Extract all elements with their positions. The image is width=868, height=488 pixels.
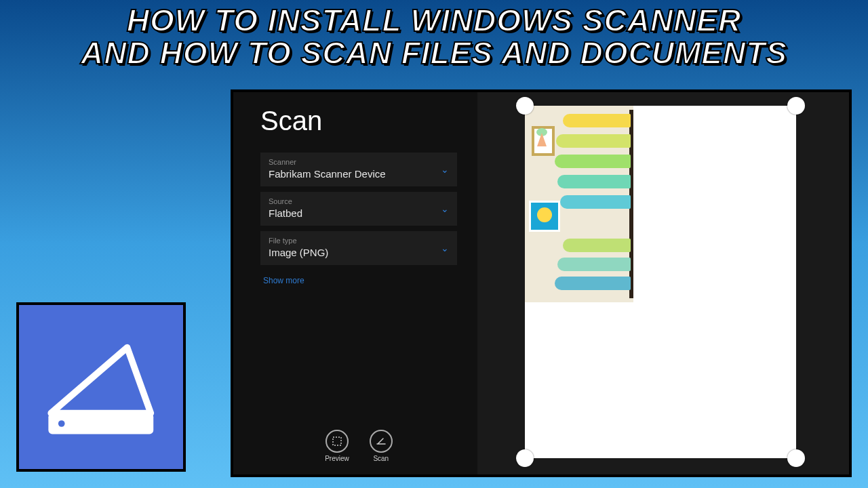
source-dropdown[interactable]: Source Flatbed ⌄ [260, 192, 457, 226]
headline-line-1: HOW TO INSTALL WINDOWS SCANNER [0, 4, 868, 37]
scan-page [525, 106, 796, 458]
command-bar: Preview Scan [260, 430, 457, 468]
chevron-down-icon: ⌄ [441, 203, 449, 214]
filetype-dropdown[interactable]: File type Image (PNG) ⌄ [260, 231, 457, 265]
scanner-label: Scanner [269, 158, 449, 166]
svg-marker-2 [51, 348, 151, 413]
tutorial-headline: HOW TO INSTALL WINDOWS SCANNER AND HOW T… [0, 0, 868, 70]
scanner-value: Fabrikam Scanner Device [269, 168, 449, 180]
source-value: Flatbed [269, 207, 449, 219]
crop-handle-top-left[interactable] [516, 97, 534, 115]
preview-label: Preview [325, 455, 349, 462]
show-more-link[interactable]: Show more [263, 276, 457, 285]
settings-panel: Scan Scanner Fabrikam Scanner Device ⌄ S… [233, 92, 477, 474]
scanner-app-logo [16, 302, 186, 472]
scan-icon [370, 430, 393, 453]
chevron-down-icon: ⌄ [441, 243, 449, 253]
preview-icon [326, 430, 349, 453]
crop-handle-bottom-right[interactable] [787, 449, 805, 467]
scan-app-window: Scan Scanner Fabrikam Scanner Device ⌄ S… [231, 89, 852, 477]
filetype-label: File type [269, 237, 449, 245]
scanner-dropdown[interactable]: Scanner Fabrikam Scanner Device ⌄ [260, 152, 457, 186]
svg-point-1 [58, 420, 65, 427]
source-label: Source [269, 197, 449, 205]
crop-handle-top-right[interactable] [787, 97, 805, 115]
filetype-value: Image (PNG) [269, 247, 449, 258]
preview-area[interactable] [477, 92, 849, 474]
crop-handle-bottom-left[interactable] [516, 449, 534, 467]
scanned-photo [525, 106, 633, 302]
chevron-down-icon: ⌄ [441, 164, 449, 175]
preview-button[interactable]: Preview [325, 430, 349, 462]
svg-rect-3 [333, 437, 341, 445]
headline-line-2: AND HOW TO SCAN FILES AND DOCUMENTS [0, 37, 868, 69]
scanner-icon [35, 321, 167, 453]
app-title: Scan [260, 106, 457, 136]
scan-label: Scan [373, 455, 389, 462]
scan-button[interactable]: Scan [370, 430, 393, 462]
